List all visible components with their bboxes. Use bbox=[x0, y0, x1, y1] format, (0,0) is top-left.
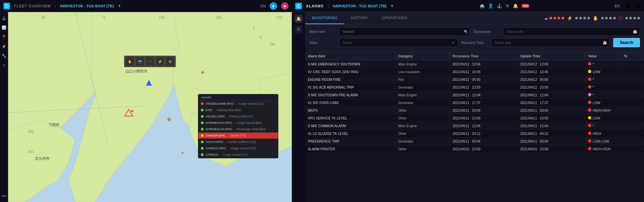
user-avatar2-right[interactable]: ◉ bbox=[636, 3, 641, 9]
toolbar-wave-btn[interactable]: 〰 bbox=[145, 57, 155, 66]
table-row[interactable]: S M/E SHUTDOWN PRE ALARM Main Engine 202… bbox=[305, 91, 644, 99]
vessel-item-7[interactable]: CARGO2 EPIC - Cargo Vessel [OO] bbox=[198, 145, 278, 152]
toolbar-lightning-btn[interactable]: ⚡ bbox=[155, 57, 165, 66]
tab-monitoring[interactable]: MONITORING bbox=[305, 12, 344, 24]
td-cat-5: Generator bbox=[395, 99, 450, 106]
map-area[interactable]: 33 71 190 226 215 山口小野田市 下関市 宇部市 北九州市 bbox=[8, 12, 292, 202]
vessel-type-3: - Cargo Vessel [BG] bbox=[235, 121, 262, 124]
td-upd-0: 2021/04/12 12:04 bbox=[518, 61, 585, 68]
settings-icon[interactable]: ⚙ bbox=[505, 3, 509, 8]
right-nav-alarms[interactable]: 🔔 bbox=[294, 15, 303, 23]
svg-text:250: 250 bbox=[28, 130, 34, 134]
vessel-dot-0 bbox=[201, 102, 204, 105]
ship-icon[interactable]: 🚢 bbox=[479, 3, 485, 8]
td-cat-9: Other bbox=[395, 130, 450, 137]
toolbar-grid-btn[interactable]: ⊞ bbox=[165, 57, 175, 66]
vessel-item-4[interactable]: NORWEGIAN EPIC - Passenger Ship [BG] bbox=[198, 126, 278, 133]
recovery-date-placeholder: Select date bbox=[494, 41, 511, 45]
value-label: Value bbox=[309, 41, 336, 45]
person-icon[interactable]: 👤 bbox=[488, 3, 493, 8]
right-dropdown-arrow[interactable]: ▼ bbox=[390, 4, 394, 8]
table-row[interactable]: #1 S/G ACB ABNORMAL TRIP Generator 2021/… bbox=[305, 84, 644, 91]
user-avatar2-left[interactable]: ◉ bbox=[281, 2, 288, 10]
alarm-badge-icon[interactable]: 🔔 bbox=[513, 3, 518, 8]
table-row[interactable]: #1 LO SLUDGE TK LEVEL Other 2021/04/11 0… bbox=[305, 130, 644, 138]
svg-text:342: 342 bbox=[270, 43, 275, 46]
lang-selector-right[interactable]: EN bbox=[615, 4, 620, 8]
th-value: Value bbox=[585, 52, 622, 60]
tab-history[interactable]: HISTORY bbox=[344, 12, 375, 24]
table-row[interactable]: S M/E EMERGENCY SHUTDOWN Main Engine 202… bbox=[305, 60, 644, 68]
status-dot-r4 bbox=[561, 17, 564, 19]
left-vessel-name[interactable]: HARVESTOR - TUG BOAT [TB] bbox=[60, 4, 114, 8]
recovery-date-input[interactable]: Select date 📅 bbox=[491, 38, 610, 47]
right-nav-list[interactable]: ☰ bbox=[294, 26, 303, 34]
toolbar-hand-btn[interactable]: ✋ bbox=[125, 57, 135, 66]
td-alarm-10: PREFERENCE TRIP bbox=[305, 138, 395, 145]
occurrence-date-input[interactable]: Select date 📅 bbox=[503, 27, 640, 36]
td-pct-5 bbox=[622, 101, 644, 104]
vessel-item-1[interactable]: EPIC - Fishing Ship [BG] bbox=[198, 107, 278, 113]
sidebar-nav-anchor[interactable]: ⚓ bbox=[1, 15, 7, 21]
td-occ-5: 2021/04/11 17:37 bbox=[450, 99, 518, 106]
vessel-item-3[interactable]: NORWEGIAN EPIC - Cargo Vessel [BG] bbox=[198, 120, 278, 126]
sidebar-nav-gauge[interactable]: ⊙ bbox=[1, 62, 7, 68]
toolbar-camera-btn[interactable]: 📷 bbox=[135, 57, 145, 66]
table-row[interactable]: ENGINE ROOM FIRE Fire 2021/04/12 05:00 2… bbox=[305, 76, 644, 84]
lang-selector-left[interactable]: EN bbox=[261, 4, 266, 8]
vessel-name-6: YACTH EPIC bbox=[206, 140, 223, 144]
vessel-item-0[interactable]: VESSELNAME EPIC - Cargo Vessel [CO] bbox=[198, 101, 278, 107]
td-occ-0: 2021/04/12 12:04 bbox=[450, 61, 518, 68]
tabs-status-row: MONITORING HISTORY OPERATIONS ☁ ⚡ ✋ bbox=[305, 12, 644, 24]
sidebar-nav-pin[interactable]: 📍 bbox=[1, 34, 7, 40]
td-val-8: * bbox=[585, 122, 622, 130]
alarm-table: Alarm Item Category Occurance Time Updat… bbox=[305, 52, 644, 202]
vessel-item-8[interactable]: CARGO3 - Cargo Vessel [CV] bbox=[198, 152, 278, 158]
anchor2-icon[interactable]: ⚓ bbox=[497, 3, 502, 8]
sidebar-nav-chart[interactable]: 📊 bbox=[1, 24, 7, 31]
right-vessel-name[interactable]: HARVESTOR - TUG BOAT [TB] bbox=[333, 4, 386, 8]
svg-text:下関市: 下関市 bbox=[48, 123, 59, 127]
td-cat-1: Low Insulation bbox=[395, 68, 450, 75]
filter-row-2: Value Select ▼ Recovery Time Select date… bbox=[309, 38, 640, 47]
td-val-3: * bbox=[585, 84, 622, 91]
row-dot-1 bbox=[588, 70, 591, 73]
vessel-item-6[interactable]: YACTH EPIC - Yachts &Others [YG] bbox=[198, 139, 278, 145]
vessel-dot-3 bbox=[201, 121, 204, 124]
vessel-name-5: TANKER EPIC bbox=[206, 134, 225, 137]
vessel-popup-header: vessels bbox=[198, 94, 278, 101]
table-row[interactable]: MGPS Other 2021/04/11 03:04 2021/04/11 0… bbox=[305, 107, 644, 114]
vessel-item-2[interactable]: VESSEL EPIC - Fishing Ship [AF] bbox=[198, 113, 278, 120]
vessel-item-5[interactable]: TANKER EPIC - Tanker [TG] bbox=[198, 133, 278, 139]
svg-text:251: 251 bbox=[28, 150, 34, 154]
status-dot-b4 bbox=[613, 17, 616, 19]
table-row[interactable]: #2 CIRC REEF SOCK 220V INSU Low Insulati… bbox=[305, 68, 644, 76]
alarm-item-search-input[interactable] bbox=[339, 27, 470, 36]
right-content: 🔔 ☰ MONITORING HISTORY OPERATIONS ☁ bbox=[292, 12, 644, 202]
kpi-button[interactable]: KPI bbox=[1, 193, 7, 199]
table-row[interactable]: S M/E COMMON ALARM Main Engine 2021/04/1… bbox=[305, 122, 644, 130]
svg-text:226: 226 bbox=[216, 16, 222, 19]
table-row[interactable]: ALARM PRINTER Other 2021/04/10 23:59 202… bbox=[305, 145, 644, 153]
status-dot-g1 bbox=[575, 17, 578, 19]
sidebar-nav-tools[interactable]: 🔧 bbox=[1, 52, 7, 59]
svg-text:山口小野田市: 山口小野田市 bbox=[125, 69, 148, 73]
status-dot-g3 bbox=[583, 17, 586, 19]
th-occurrence-time: Occurance Time bbox=[450, 52, 518, 60]
svg-point-18 bbox=[131, 110, 133, 112]
sidebar-nav-lightning[interactable]: ⚡ bbox=[1, 43, 7, 50]
td-val-9: HIGH bbox=[585, 130, 622, 137]
td-upd-2: 2021/04/12 05:00 bbox=[518, 76, 585, 83]
table-row[interactable]: #1 S/G OVER LOAD Generator 2021/04/11 17… bbox=[305, 99, 644, 107]
alarms-title: ALARMS bbox=[306, 4, 324, 8]
value-select[interactable]: Select ▼ bbox=[339, 38, 458, 47]
user-avatar-left[interactable]: ◉ bbox=[270, 2, 277, 10]
vessel-type-8: - Cargo Vessel [CV] bbox=[221, 153, 248, 156]
search-button[interactable]: Search bbox=[613, 38, 640, 47]
vessel-type-4: - Passenger Ship [BG] bbox=[235, 128, 265, 131]
user-avatar-right[interactable]: ◉ bbox=[626, 3, 631, 9]
vessel-dropdown-arrow[interactable]: ▼ bbox=[118, 4, 121, 8]
table-row[interactable]: HFO SERVICE TK LEVEL Other 2021/04/11 23… bbox=[305, 114, 644, 122]
table-row[interactable]: PREFERENCE TRIP Generator 2021/04/11 03:… bbox=[305, 138, 644, 145]
tab-operations[interactable]: OPERATIONS bbox=[375, 12, 414, 24]
